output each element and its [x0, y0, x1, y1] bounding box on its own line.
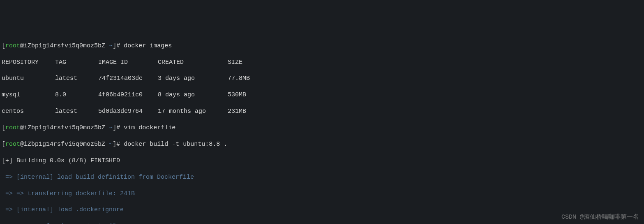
build-step: => => transferring dockerfile: 241B — [2, 190, 642, 198]
build-step: => [internal] load .dockerignore — [2, 206, 642, 214]
build-step: => [internal] load build definition from… — [2, 173, 642, 182]
table-row: mysql8.04f06b49211c08 days ago530MB — [2, 91, 642, 99]
prompt-line-2[interactable]: [root@iZbp1g14rsfvi5q0moz5bZ ~]# vim doc… — [2, 124, 642, 132]
watermark: CSDN @酒仙桥喝咖啡第一名 — [561, 213, 639, 222]
command-docker-build: docker build -t ubuntu:8.8 . — [124, 141, 227, 148]
build-step: => => transferring context: 2B — [2, 222, 642, 224]
table-row: centoslatest5d0da3dc976417 months ago231… — [2, 107, 642, 116]
prompt-line-3[interactable]: [root@iZbp1g14rsfvi5q0moz5bZ ~]# docker … — [2, 140, 642, 149]
command-vim: vim dockerflie — [124, 124, 175, 131]
terminal-output: [root@iZbp1g14rsfvi5q0moz5bZ ~]# docker … — [2, 34, 642, 224]
prompt-line-1[interactable]: [root@iZbp1g14rsfvi5q0moz5bZ ~]# docker … — [2, 42, 642, 50]
table-row: ubuntulatest74f2314a03de3 days ago77.8MB — [2, 75, 642, 83]
table1-header: REPOSITORYTAGIMAGE IDCREATEDSIZE — [2, 58, 642, 67]
command-docker-images-1: docker images — [124, 42, 172, 49]
build-status: [+] Building 0.0s (8/8) FINISHED — [2, 157, 642, 165]
